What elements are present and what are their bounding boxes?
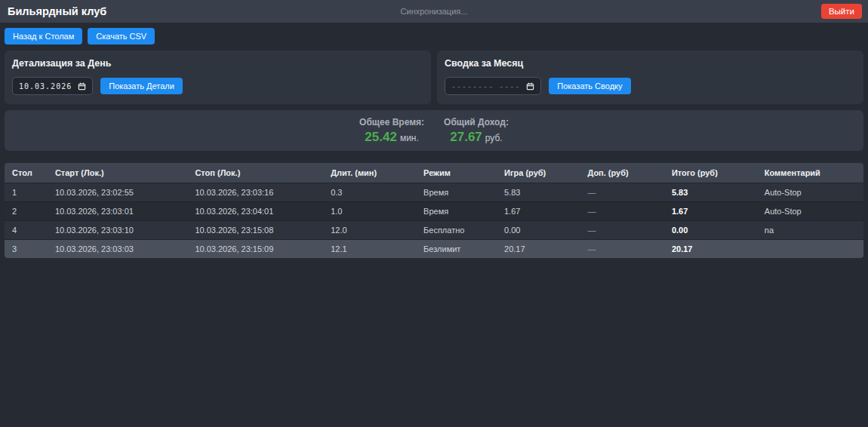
column-header-6: Доп. (руб) [580, 163, 664, 183]
column-header-2: Стоп (Лок.) [187, 163, 323, 183]
sessions-table-body: 110.03.2026, 23:02:5510.03.2026, 23:03:1… [5, 183, 863, 259]
cell-duration: 0.3 [323, 183, 416, 202]
cell-game: 1.67 [497, 202, 580, 221]
sync-status: Синхронизация... [0, 7, 868, 16]
download-csv-button[interactable]: Скачать CSV [88, 28, 155, 45]
cell-mode: Бесплатно [416, 221, 497, 240]
cell-comment [757, 240, 863, 259]
totals-panel: Общее Время: 25.42мин. Общий Доход: 27.6… [5, 110, 863, 151]
total-income-value: 27.67 [450, 130, 482, 144]
column-header-5: Игра (руб) [497, 163, 580, 183]
cell-start: 10.03.2026, 23:03:03 [48, 240, 187, 259]
cell-start: 10.03.2026, 23:02:55 [48, 183, 187, 202]
cell-table_id: 1 [5, 183, 48, 202]
cell-stop: 10.03.2026, 23:15:08 [187, 221, 323, 240]
column-header-4: Режим [416, 163, 497, 183]
cell-game: 20.17 [497, 240, 580, 259]
cell-total: 1.67 [664, 202, 757, 221]
filter-panels: Детализация за День 10.03.2026 Показать … [5, 51, 863, 104]
cell-extra: — [580, 202, 664, 221]
month-summary-panel: Сводка за Месяц -------- ---- Показать С… [437, 51, 863, 104]
page-title: Бильярдный клуб [8, 5, 106, 17]
cell-extra: — [580, 183, 664, 202]
cell-duration: 1.0 [323, 202, 416, 221]
column-header-0: Стол [5, 163, 48, 183]
show-summary-button[interactable]: Показать Сводку [549, 78, 630, 94]
cell-total: 20.17 [664, 240, 757, 259]
sessions-table: СтолСтарт (Лок.)Стоп (Лок.)Длит. (мин)Ре… [5, 163, 863, 258]
cell-game: 5.83 [497, 183, 580, 202]
back-to-tables-button[interactable]: Назад к Столам [5, 28, 82, 45]
total-time-stat: Общее Время: 25.42мин. [359, 117, 424, 145]
toolbar: Назад к Столам Скачать CSV [5, 28, 863, 45]
calendar-icon[interactable] [78, 82, 86, 91]
cell-game: 0.00 [497, 221, 580, 240]
day-panel-title: Детализация за День [12, 58, 423, 69]
top-bar: Бильярдный клуб Синхронизация... Выйти [0, 0, 868, 23]
cell-total: 0.00 [664, 221, 757, 240]
show-details-button[interactable]: Показать Детали [100, 78, 183, 94]
total-income-label: Общий Доход: [444, 117, 509, 127]
month-input-placeholder: -------- ---- [451, 82, 520, 91]
main-content: Назад к Столам Скачать CSV Детализация з… [0, 23, 868, 258]
total-time-unit: мин. [400, 133, 419, 143]
month-input[interactable]: -------- ---- [445, 77, 541, 95]
cell-comment: Auto-Stop [757, 202, 863, 221]
column-header-3: Длит. (мин) [323, 163, 416, 183]
cell-stop: 10.03.2026, 23:15:09 [187, 240, 323, 259]
date-input-value: 10.03.2026 [19, 82, 72, 91]
cell-mode: Время [416, 202, 497, 221]
cell-table_id: 2 [5, 202, 48, 221]
day-detail-panel: Детализация за День 10.03.2026 Показать … [5, 51, 431, 104]
logout-button[interactable]: Выйти [821, 4, 862, 19]
cell-duration: 12.1 [323, 240, 416, 259]
total-income-unit: руб. [485, 133, 503, 143]
column-header-8: Комментарий [757, 163, 863, 183]
cell-extra: — [580, 240, 664, 259]
date-input[interactable]: 10.03.2026 [12, 77, 93, 95]
cell-mode: Безлимит [416, 240, 497, 259]
table-row[interactable]: 310.03.2026, 23:03:0310.03.2026, 23:15:0… [5, 240, 863, 259]
table-row[interactable]: 110.03.2026, 23:02:5510.03.2026, 23:03:1… [5, 183, 863, 202]
table-row[interactable]: 210.03.2026, 23:03:0110.03.2026, 23:04:0… [5, 202, 863, 221]
table-row[interactable]: 410.03.2026, 23:03:1010.03.2026, 23:15:0… [5, 221, 863, 240]
cell-table_id: 3 [5, 240, 48, 259]
total-time-label: Общее Время: [359, 117, 424, 127]
cell-total: 5.83 [664, 183, 757, 202]
column-header-1: Старт (Лок.) [48, 163, 187, 183]
table-header-row: СтолСтарт (Лок.)Стоп (Лок.)Длит. (мин)Ре… [5, 163, 863, 183]
cell-table_id: 4 [5, 221, 48, 240]
total-income-stat: Общий Доход: 27.67руб. [444, 117, 509, 145]
month-panel-title: Сводка за Месяц [445, 58, 856, 69]
cell-stop: 10.03.2026, 23:03:16 [187, 183, 323, 202]
cell-comment: Auto-Stop [757, 183, 863, 202]
column-header-7: Итого (руб) [664, 163, 757, 183]
cell-duration: 12.0 [323, 221, 416, 240]
total-time-value: 25.42 [365, 130, 397, 144]
cell-start: 10.03.2026, 23:03:10 [48, 221, 187, 240]
cell-comment: na [757, 221, 863, 240]
calendar-icon[interactable] [526, 82, 534, 91]
cell-mode: Время [416, 183, 497, 202]
cell-extra: — [580, 221, 664, 240]
cell-stop: 10.03.2026, 23:04:01 [187, 202, 323, 221]
cell-start: 10.03.2026, 23:03:01 [48, 202, 187, 221]
